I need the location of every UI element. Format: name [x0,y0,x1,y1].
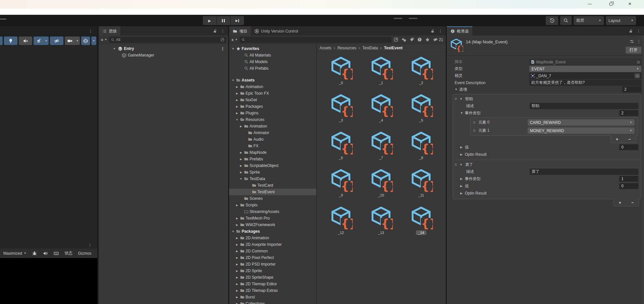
foldout-icon[interactable] [235,302,239,304]
sprite-object-field[interactable]: _DAN_7 [529,73,641,79]
header-menu-icon[interactable] [637,39,641,44]
unlock-icon[interactable] [629,29,633,33]
element-dropdown[interactable]: MONEY_REWARD [528,128,634,134]
layout-dropdown[interactable]: Layout [606,16,636,25]
hidden-objects-toggle-button[interactable] [50,36,63,45]
popout-icon[interactable] [220,37,225,42]
foldout-icon[interactable] [239,171,243,174]
asset-item[interactable]: _7 [361,131,401,168]
tab-inspector[interactable]: 检查器 [447,26,472,35]
foldout-open-icon[interactable] [460,97,464,101]
object-picker-icon[interactable] [634,73,640,78]
presets-icon[interactable] [630,39,634,44]
step-button[interactable] [230,16,244,25]
drag-handle-icon[interactable] [455,97,459,101]
options-size-field[interactable]: 2 [622,86,641,92]
event-type-size-field[interactable]: 2 [619,110,638,116]
object-picker-icon[interactable] [637,60,640,64]
folder-tree-row[interactable]: ScriptableObject [229,162,316,169]
game-view-viewport[interactable] [0,45,97,248]
foldout-open-icon[interactable] [112,47,116,50]
asset-item[interactable]: _8 [401,131,441,168]
foldout-icon[interactable] [239,125,243,128]
inspector-scrollbar[interactable] [643,35,644,304]
audio-toggle-button[interactable] [40,248,51,258]
foldout-icon[interactable] [235,217,239,220]
unlock-icon[interactable] [213,29,217,33]
tab-project[interactable]: 项目 [229,26,251,35]
favorites-star-icon[interactable] [425,37,430,42]
open-button[interactable]: 打开 [626,47,641,54]
importance-icon[interactable] [417,37,422,42]
asset-item[interactable]: _4 [361,93,401,131]
tab-hierarchy[interactable]: 层级 [99,26,120,35]
folder-tree-row[interactable]: All Models [229,58,316,65]
asset-item[interactable]: _12 [321,206,361,243]
scene-row[interactable]: Entry [99,45,228,52]
foldout-open-icon[interactable] [460,111,465,115]
pause-button[interactable] [217,16,230,25]
foldout-icon[interactable] [235,112,239,115]
search-in-window-icon[interactable] [394,37,398,42]
folder-tree-row[interactable]: 2D PSD Importer [229,261,316,268]
folder-tree-row[interactable]: 2D Animation [229,235,316,241]
event-description-field[interactable]: 前方有精灵受伤了，是否帮助? [529,80,641,86]
asset-item[interactable]: _0 [321,56,361,93]
window-restore-button[interactable] [605,0,616,8]
gizmo-dropdown-button[interactable] [91,36,96,45]
folder-tree-row[interactable]: StreamingAssets [229,208,316,215]
option-header[interactable]: 帮助 [453,96,641,102]
undo-history-button[interactable] [546,16,558,25]
foldout-icon[interactable] [235,99,239,102]
folder-tree-row[interactable]: NuGet [229,97,316,103]
asset-item[interactable]: _14 [401,206,441,243]
add-element-button[interactable] [616,137,618,142]
panel-menu-icon[interactable] [438,29,442,34]
folder-tree-row[interactable]: Epic Toon FX [229,90,316,97]
folder-tree-row[interactable]: 2D Tilemap Editor [229,281,316,287]
asset-item[interactable]: _11 [401,168,441,206]
folder-tree-row[interactable]: Animation [229,83,316,90]
layers-dropdown[interactable]: 图层 [574,16,604,25]
folder-tree-row[interactable]: TestData [229,175,316,182]
foldout-icon[interactable] [231,79,235,82]
folder-tree-row[interactable]: Collections [229,300,316,304]
gizmos-button[interactable]: Gizmos [75,248,94,258]
folder-tree-row[interactable] [229,72,316,77]
drag-handle-icon[interactable] [473,129,477,133]
panel-menu-icon[interactable] [88,29,93,34]
foldout-open-icon[interactable] [460,163,464,166]
folder-tree-row[interactable]: All Materials [229,52,316,58]
folder-tree-row[interactable]: 2D Aseprite Importer [229,241,316,248]
script-object-field[interactable]: MapNode_Event [529,59,641,65]
camera-toggle-button[interactable] [65,36,75,45]
foldout-closed-icon[interactable] [460,146,465,149]
effects-dropdown-button[interactable] [44,36,49,45]
foldout-closed-icon[interactable] [460,153,465,156]
foldout-icon[interactable] [239,177,243,180]
maximized-dropdown[interactable]: Maximized [1,248,29,258]
foldout-closed-icon[interactable] [460,184,465,188]
asset-item[interactable]: _2 [401,56,441,93]
folder-tree-row[interactable]: 2D SpriteShape [229,274,316,281]
foldout-icon[interactable] [235,105,239,108]
breadcrumb-item[interactable]: Assets > [320,46,335,50]
folder-tree-row[interactable]: Audio [229,136,316,143]
folder-tree-row[interactable]: Scripts [229,202,316,208]
folder-tree-row[interactable]: TestCard [229,182,316,189]
folder-tree-row[interactable]: TextMesh Pro [229,215,316,222]
foldout-icon[interactable] [235,92,239,95]
remove-option-button[interactable] [631,200,634,205]
folder-tree-row[interactable]: Packages [229,228,316,235]
panel-menu-icon[interactable] [221,29,225,34]
global-search-button[interactable] [560,16,572,25]
scene-menu-icon[interactable] [221,46,225,51]
value-size-field[interactable]: 0 [619,183,638,189]
folder-tree-row[interactable]: WWZFramework [229,222,316,228]
folder-tree-row[interactable]: Prefabs [229,156,316,162]
add-option-button[interactable] [619,200,621,205]
foldout-icon[interactable] [235,85,239,88]
asset-item[interactable]: _10 [361,168,401,206]
folder-tree-row[interactable]: MapNode [229,149,316,156]
debug-button[interactable] [29,248,40,258]
